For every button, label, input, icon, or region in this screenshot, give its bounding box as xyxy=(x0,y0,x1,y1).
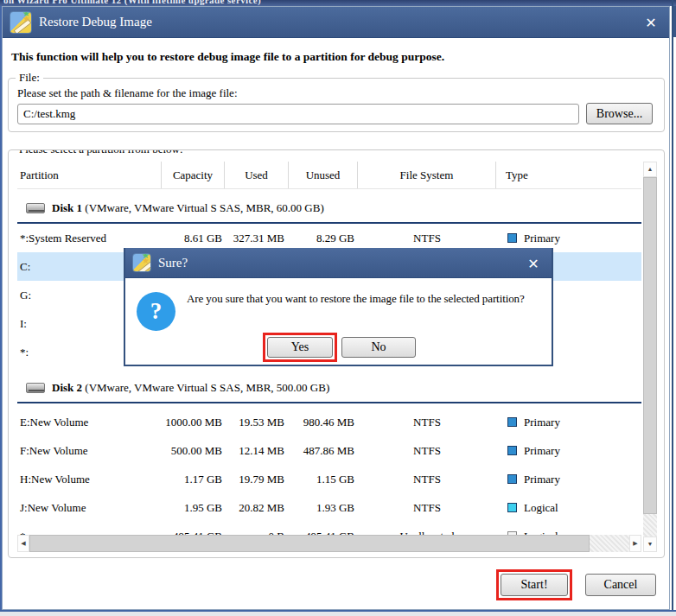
disk-label: Disk 2 xyxy=(52,381,82,395)
file-path-input[interactable] xyxy=(17,104,579,124)
column-header-file-system[interactable]: File System xyxy=(358,162,496,188)
type-label: Primary xyxy=(524,232,560,245)
start-button[interactable]: Start! xyxy=(501,574,568,596)
capacity-cell: 1.17 GB xyxy=(162,465,225,493)
primary-type-icon xyxy=(507,474,517,484)
disk-icon xyxy=(26,383,45,393)
partition-row[interactable]: F:New Volume500.00 MB12.14 MB487.86 MBNT… xyxy=(17,436,641,465)
used-cell: 20.82 MB xyxy=(225,493,289,522)
dialog-description: This function will help you to restore d… xyxy=(11,50,444,64)
file-groupbox-legend: File: xyxy=(16,71,43,85)
file-system-cell: NTFS xyxy=(358,436,496,465)
type-cell: Primary xyxy=(496,436,641,465)
background-window-bottom-edge xyxy=(0,610,676,616)
background-window-titlebar: on Wizard Pro Ultimate 12 (With lifetime… xyxy=(0,0,676,6)
close-icon[interactable]: ✕ xyxy=(641,13,660,32)
partition-name-cell: H:New Volume xyxy=(17,465,162,493)
file-system-cell: NTFS xyxy=(358,408,496,436)
unused-cell: 980.46 MB xyxy=(289,408,358,436)
app-wand-icon xyxy=(10,11,32,34)
column-header-capacity[interactable]: Capacity xyxy=(162,162,225,188)
column-header-used[interactable]: Used xyxy=(225,162,289,188)
confirm-dialog: Sure? ✕ ? Are you sure that you want to … xyxy=(124,248,553,366)
close-icon[interactable]: ✕ xyxy=(524,254,543,273)
yes-button[interactable]: Yes xyxy=(267,337,333,358)
horizontal-scrollbar-thumb[interactable] xyxy=(29,535,590,552)
cancel-button[interactable]: Cancel xyxy=(585,574,656,596)
scroll-down-icon[interactable]: ▼ xyxy=(643,537,657,552)
column-header-unused[interactable]: Unused xyxy=(289,162,358,188)
primary-type-icon xyxy=(507,446,517,455)
unused-cell: 1.93 GB xyxy=(289,493,358,522)
capacity-cell: 500.00 MB xyxy=(162,436,225,465)
background-window-right-edge xyxy=(672,0,673,616)
primary-type-icon xyxy=(507,417,517,427)
vertical-scrollbar-thumb[interactable] xyxy=(643,177,657,514)
horizontal-scrollbar[interactable]: ◀ ▶ xyxy=(17,535,641,552)
type-cell: Primary xyxy=(496,408,641,436)
browse-button[interactable]: Browse... xyxy=(586,103,653,124)
type-cell: Primary xyxy=(496,465,641,493)
type-label: Primary xyxy=(524,444,560,458)
disk-label: Disk 1 xyxy=(52,201,82,215)
dialog-title: Restore Debug Image xyxy=(39,15,152,29)
partition-name-cell: F:New Volume xyxy=(17,436,162,465)
background-window-title: on Wizard Pro Ultimate 12 (With lifetime… xyxy=(3,0,261,5)
disk-detail: (VMware, VMware Virtual S SAS, MBR, 60.0… xyxy=(82,201,324,215)
no-button[interactable]: No xyxy=(341,337,416,358)
disk-row[interactable]: Disk 1 (VMware, VMware Virtual S SAS, MB… xyxy=(17,194,641,224)
capacity-cell: 1000.00 MB xyxy=(162,408,225,436)
table-header-row: Partition Capacity Used Unused File Syst… xyxy=(17,162,641,189)
used-cell: 19.79 MB xyxy=(225,465,289,493)
type-label: Logical xyxy=(524,501,558,515)
column-header-partition[interactable]: Partition xyxy=(17,162,162,188)
scroll-right-icon[interactable]: ▶ xyxy=(629,535,641,552)
question-icon: ? xyxy=(137,292,175,331)
file-system-cell: NTFS xyxy=(358,465,496,493)
partition-row[interactable]: E:New Volume1000.00 MB19.53 MB980.46 MBN… xyxy=(17,408,641,436)
column-header-type[interactable]: Type xyxy=(496,162,641,188)
type-cell: Logical xyxy=(496,493,641,522)
type-label: Primary xyxy=(524,416,560,429)
logical-type-icon xyxy=(507,503,517,512)
file-system-cell: NTFS xyxy=(358,493,496,522)
partition-name-cell: E:New Volume xyxy=(17,408,162,436)
file-path-label: Please set the path & filename for the i… xyxy=(17,86,238,100)
partition-name-cell: J:New Volume xyxy=(17,493,162,522)
partition-row[interactable]: J:New Volume1.95 GB20.82 MB1.93 GBNTFSLo… xyxy=(17,493,641,522)
scroll-up-icon[interactable]: ▲ xyxy=(643,162,657,177)
horizontal-scrollbar-track[interactable] xyxy=(590,535,629,552)
partition-row[interactable]: H:New Volume1.17 GB19.79 MB1.15 GBNTFSPr… xyxy=(17,465,641,493)
used-cell: 19.53 MB xyxy=(225,408,289,436)
partition-groupbox-legend: Please select a partition from below: xyxy=(16,149,187,156)
confirm-dialog-title: Sure? xyxy=(158,256,188,270)
type-label: Primary xyxy=(524,473,560,486)
confirm-message: Are you sure that you want to restore th… xyxy=(187,292,525,306)
disk-row[interactable]: Disk 2 (VMware, VMware Virtual S SAS, MB… xyxy=(17,373,641,403)
unused-cell: 487.86 MB xyxy=(289,436,358,465)
unused-cell: 1.15 GB xyxy=(289,465,358,493)
primary-type-icon xyxy=(507,233,517,243)
confirm-dialog-titlebar: Sure? ✕ xyxy=(125,248,552,278)
scroll-left-icon[interactable]: ◀ xyxy=(17,535,29,552)
disk-detail: (VMware, VMware Virtual S SAS, MBR, 500.… xyxy=(82,381,329,395)
used-cell: 12.14 MB xyxy=(225,436,289,465)
vertical-scrollbar-track[interactable] xyxy=(643,514,657,537)
disk-icon xyxy=(26,203,45,213)
file-groupbox: File: Please set the path & filename for… xyxy=(8,78,665,132)
dialog-titlebar: Restore Debug Image ✕ xyxy=(3,7,669,38)
vertical-scrollbar[interactable]: ▲ ▼ xyxy=(643,162,657,552)
app-wand-icon xyxy=(132,253,151,272)
capacity-cell: 1.95 GB xyxy=(162,493,225,522)
